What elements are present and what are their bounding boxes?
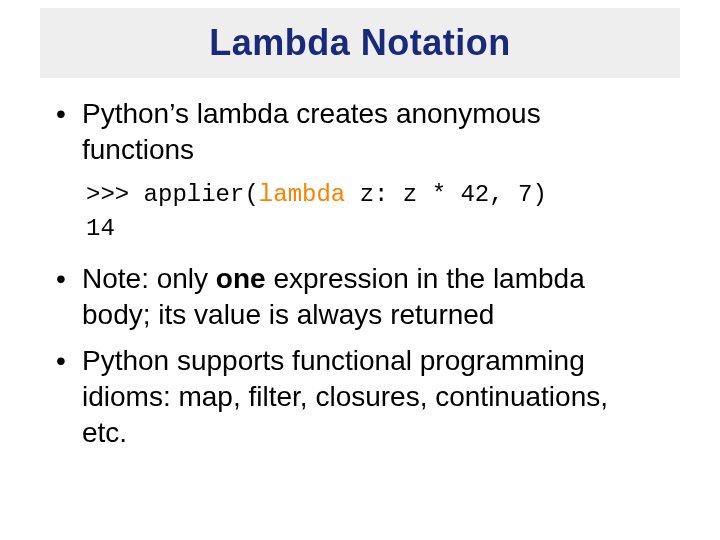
slide: Lambda Notation Python’s lambda creates …	[0, 0, 720, 540]
bullet-2-bold: one	[216, 263, 266, 294]
slide-title: Lambda Notation	[209, 22, 511, 64]
code-block: >>> applier(lambda z: z * 42, 7) 14	[86, 178, 644, 248]
code-line2: 14	[86, 215, 115, 242]
code-line1-pre: >>> applier(	[86, 181, 259, 208]
bullet-list: Python’s lambda creates anonymous functi…	[56, 96, 644, 450]
bullet-1-text: Python’s lambda creates anonymous functi…	[82, 98, 541, 165]
code-keyword-lambda: lambda	[259, 181, 345, 208]
bullet-item-1: Python’s lambda creates anonymous functi…	[56, 96, 644, 168]
code-line1-post: z: z * 42, 7)	[345, 181, 547, 208]
bullet-item-2: Note: only one expression in the lambda …	[56, 261, 644, 333]
bullet-item-3: Python supports functional programming i…	[56, 343, 644, 450]
bullet-2-pre: Note: only	[82, 263, 216, 294]
slide-body: Python’s lambda creates anonymous functi…	[56, 96, 644, 460]
bullet-3-text: Python supports functional programming i…	[82, 345, 608, 448]
title-band: Lambda Notation	[40, 8, 680, 78]
